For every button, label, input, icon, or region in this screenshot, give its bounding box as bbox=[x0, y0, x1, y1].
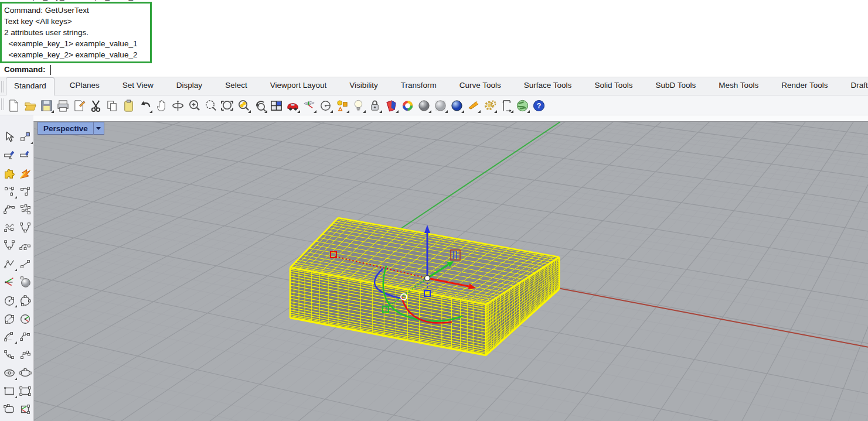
window-gap-strip bbox=[0, 115, 868, 121]
rotate-view-button[interactable] bbox=[169, 97, 186, 114]
curve-dashed-tool[interactable] bbox=[2, 183, 17, 200]
toolbar-grip[interactable] bbox=[1, 81, 4, 93]
help-button[interactable]: ? bbox=[530, 97, 547, 114]
display-mode-button[interactable] bbox=[383, 97, 399, 114]
rectangle-3pt-tool[interactable] bbox=[18, 382, 33, 399]
color-wheel-button[interactable] bbox=[399, 97, 416, 114]
show-objects-tool[interactable] bbox=[18, 146, 33, 163]
history-line: <example_key_2> example_value_2 bbox=[4, 49, 150, 60]
flyout-indicator bbox=[478, 110, 481, 113]
zoom-selected-button[interactable] bbox=[235, 97, 251, 114]
curve-v-tool[interactable] bbox=[18, 219, 33, 236]
paste-button[interactable] bbox=[120, 97, 137, 114]
light-button[interactable] bbox=[350, 97, 366, 114]
arc-blend-tool[interactable] bbox=[2, 346, 17, 363]
move-points-tool[interactable] bbox=[18, 128, 33, 145]
circle-axes-tool[interactable] bbox=[18, 310, 33, 327]
rectangle-icon bbox=[3, 385, 16, 398]
undo-view-button[interactable] bbox=[251, 97, 268, 114]
tab-drafting[interactable]: Drafting bbox=[843, 77, 868, 95]
rounded-rect-tool[interactable] bbox=[2, 401, 17, 417]
print-button[interactable] bbox=[55, 97, 71, 114]
rendered-view-button[interactable] bbox=[448, 97, 465, 114]
dimension-button[interactable] bbox=[498, 97, 514, 114]
curve-closed-tool[interactable] bbox=[18, 183, 33, 200]
car-button[interactable] bbox=[284, 97, 301, 114]
flyout-indicator bbox=[461, 110, 464, 113]
viewport-title-tab[interactable]: Perspective bbox=[38, 122, 104, 135]
tab-mesh-tools[interactable]: Mesh Tools bbox=[711, 77, 766, 95]
chevron-down-icon[interactable] bbox=[94, 122, 104, 135]
viewport-layout-button[interactable] bbox=[268, 97, 284, 114]
rect-axes-tool[interactable] bbox=[18, 401, 33, 417]
arc-center-tool[interactable] bbox=[2, 328, 17, 345]
web-globe-button[interactable] bbox=[514, 97, 530, 114]
command-prompt-row[interactable]: Command: bbox=[0, 63, 868, 77]
line-axes-tool[interactable] bbox=[2, 273, 17, 290]
open-file-button[interactable] bbox=[22, 97, 38, 114]
tab-solid-tools[interactable]: Solid Tools bbox=[587, 77, 640, 95]
lock-button[interactable] bbox=[366, 97, 383, 114]
tab-viewport-layout[interactable]: Viewport Layout bbox=[263, 77, 335, 95]
new-document-button[interactable] bbox=[5, 97, 22, 114]
curve-points2-tool[interactable] bbox=[18, 346, 33, 363]
tab-subd-tools[interactable]: SubD Tools bbox=[648, 77, 703, 95]
arc-points-tool[interactable] bbox=[2, 201, 17, 218]
zoom-dynamic-button[interactable] bbox=[186, 97, 202, 114]
selection-filter-button[interactable] bbox=[333, 97, 350, 114]
save-file-button[interactable] bbox=[38, 97, 55, 114]
ellipse-3pt-tool[interactable] bbox=[18, 364, 33, 381]
helix-tool[interactable] bbox=[2, 219, 17, 236]
options-gears-button[interactable] bbox=[481, 97, 498, 114]
zoom-window-button[interactable] bbox=[202, 97, 219, 114]
copy-button[interactable] bbox=[104, 97, 120, 114]
select-arrow-tool[interactable] bbox=[2, 128, 17, 145]
polyline-icon bbox=[3, 258, 16, 271]
tab-standard[interactable]: Standard bbox=[6, 77, 55, 96]
join-puzzle-tool[interactable] bbox=[2, 165, 17, 182]
curve-handle-tool[interactable] bbox=[18, 237, 33, 254]
ellipse-tool[interactable] bbox=[2, 364, 17, 381]
toolbar-grip[interactable] bbox=[1, 98, 4, 110]
circle-radius-tool[interactable] bbox=[2, 292, 17, 309]
perspective-viewport[interactable]: Perspective bbox=[33, 121, 868, 421]
circle-3pt-tool[interactable] bbox=[18, 292, 33, 309]
polyline-tool[interactable] bbox=[2, 255, 17, 272]
tab-visibility[interactable]: Visibility bbox=[342, 77, 386, 95]
hide-objects-tool[interactable] bbox=[2, 146, 17, 163]
explode-burst-tool[interactable] bbox=[18, 165, 33, 182]
tab-render-tools[interactable]: Render Tools bbox=[774, 77, 835, 95]
history-line: Command: GetUserText bbox=[4, 5, 150, 16]
zoom-extents-button[interactable] bbox=[219, 97, 235, 114]
pan-button[interactable] bbox=[153, 97, 169, 114]
point-cloud-tool[interactable] bbox=[18, 201, 33, 218]
select-arrow-icon bbox=[3, 131, 16, 143]
tab-surface-tools[interactable]: Surface Tools bbox=[516, 77, 580, 95]
circle-diameter-tool[interactable] bbox=[2, 310, 17, 327]
tab-transform[interactable]: Transform bbox=[393, 77, 444, 95]
notification-cone-button[interactable] bbox=[465, 97, 481, 114]
tab-curve-tools[interactable]: Curve Tools bbox=[452, 77, 509, 95]
viewport-canvas[interactable] bbox=[34, 122, 868, 421]
arc-3pt-tool[interactable] bbox=[18, 328, 33, 345]
sphere-tool[interactable] bbox=[18, 273, 33, 290]
polygon-tool[interactable] bbox=[2, 419, 17, 421]
new-document-icon bbox=[7, 99, 21, 112]
cut-button[interactable] bbox=[87, 97, 104, 114]
flyout-indicator bbox=[264, 110, 267, 113]
main-toolbar: ? bbox=[0, 95, 868, 115]
undo-button[interactable] bbox=[137, 97, 153, 114]
cplane-button[interactable] bbox=[301, 97, 317, 114]
page-edit-button[interactable] bbox=[71, 97, 87, 114]
tab-cplanes[interactable]: CPlanes bbox=[62, 77, 107, 95]
square-center-tool[interactable] bbox=[18, 419, 33, 421]
tab-display[interactable]: Display bbox=[169, 77, 210, 95]
circle-center-button[interactable] bbox=[317, 97, 333, 114]
rectangle-tool[interactable] bbox=[2, 382, 17, 399]
curve-u-tool[interactable] bbox=[2, 237, 17, 254]
line-segment-tool[interactable] bbox=[18, 255, 33, 272]
ghosted-view-button[interactable] bbox=[432, 97, 448, 114]
tab-select[interactable]: Select bbox=[217, 77, 255, 95]
shaded-view-button[interactable] bbox=[416, 97, 432, 114]
tab-set-view[interactable]: Set View bbox=[115, 77, 161, 95]
